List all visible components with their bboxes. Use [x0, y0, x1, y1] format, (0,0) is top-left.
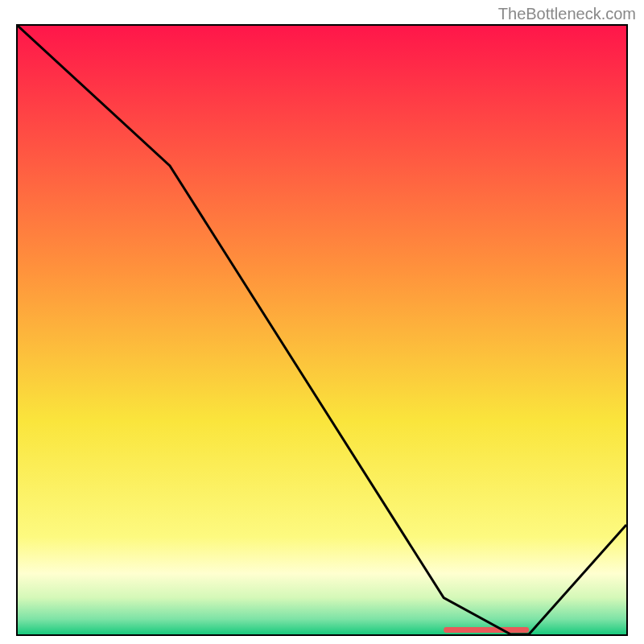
- plot-area: [16, 24, 628, 636]
- chart-svg: [18, 26, 626, 634]
- optimal-marker: [444, 627, 529, 633]
- chart-container: TheBottleneck.com: [0, 0, 644, 644]
- gradient-rect: [18, 26, 626, 634]
- watermark-text: TheBottleneck.com: [498, 5, 636, 23]
